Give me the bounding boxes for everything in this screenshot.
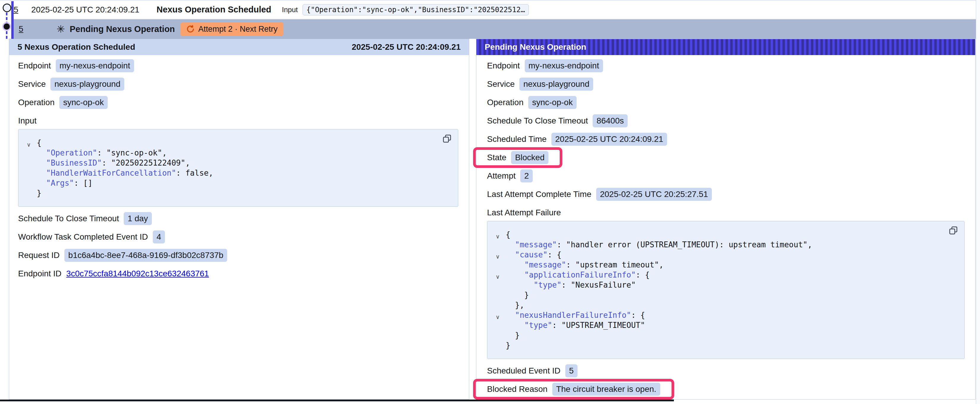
- field-value-chip: 2025-02-25 UTC 20:24:09.21: [551, 133, 667, 146]
- field-value-chip: 4: [153, 230, 165, 244]
- json-code-line: ∨{: [26, 138, 450, 148]
- failure-json-viewer: ∨{ "message": "handler error (UPSTREAM_T…: [487, 221, 964, 359]
- field-label: Workflow Task Completed Event ID: [18, 232, 148, 242]
- right-panel-title: Pending Nexus Operation: [485, 42, 586, 52]
- field-value-chip: sync-op-ok: [59, 96, 108, 109]
- state-annotation-highlight: State Blocked: [487, 151, 549, 164]
- json-key: "BusinessID": [46, 158, 102, 167]
- json-key: "nexusHandlerFailureInfo": [515, 311, 631, 320]
- json-text: : "UPSTREAM_TIMEOUT": [552, 321, 645, 330]
- field-label: Operation: [18, 98, 54, 107]
- blocked-reason-annotation-highlight: Blocked Reason The circuit breaker is op…: [487, 383, 660, 396]
- timeline-event-marker-icon: [3, 24, 10, 30]
- event-history-topbar: 5 2025-02-25 UTC 20:24:09.21 Nexus Opera…: [0, 0, 976, 39]
- event-title: Nexus Operation Scheduled: [157, 5, 271, 14]
- field-label: Scheduled Event ID: [487, 366, 561, 375]
- json-code-line: }: [26, 188, 450, 198]
- endpoint-id-link[interactable]: 3c0c75ccfa8144b092c13ce632463761: [66, 269, 209, 279]
- input-json-viewer: ∨{ "Operation": "sync-op-ok", "BusinessI…: [18, 129, 458, 207]
- last-attempt-failure-label: Last Attempt Failure: [487, 206, 964, 219]
- pending-nexus-operation-row[interactable]: 5 ✳ Pending Nexus Operation Attempt 2 · …: [14, 19, 976, 39]
- json-code-line: "Args": []: [26, 178, 450, 188]
- field-endpoint: Endpoint my-nexus-endpoint: [18, 59, 458, 72]
- json-text: : []: [74, 179, 92, 187]
- json-text: [506, 240, 515, 249]
- timeline-start-icon: [3, 3, 11, 12]
- field-label: Endpoint ID: [18, 269, 61, 279]
- field-state: State Blocked: [487, 151, 964, 164]
- field-label: Service: [487, 79, 515, 89]
- event-id-link[interactable]: 5: [14, 5, 18, 14]
- json-text: [506, 280, 534, 289]
- json-code-line: }: [495, 290, 956, 300]
- json-text: [506, 311, 515, 320]
- json-code-line: "type": "UPSTREAM_TIMEOUT": [495, 320, 956, 330]
- pending-nexus-operation-panel: Pending Nexus Operation Endpoint my-nexu…: [476, 39, 975, 399]
- left-panel-body: Endpoint my-nexus-endpoint Service nexus…: [9, 55, 469, 280]
- json-text: [37, 148, 46, 157]
- field-label: Blocked Reason: [487, 385, 547, 394]
- field-schedule-to-close-timeout: Schedule To Close Timeout 86400s: [487, 114, 964, 127]
- json-text: {: [37, 138, 41, 147]
- input-preview-chip[interactable]: {"Operation":"sync-op-ok","BusinessID":"…: [302, 4, 529, 16]
- json-text: [506, 271, 524, 279]
- left-panel-header: 5 Nexus Operation Scheduled 2025-02-25 U…: [9, 39, 469, 55]
- json-key: "HandlerWaitForCancellation": [46, 168, 176, 177]
- json-code-line: }: [495, 330, 956, 340]
- json-text: }: [506, 331, 520, 340]
- event-id-link[interactable]: 5: [19, 24, 24, 34]
- window-bottom-edge: [0, 399, 674, 401]
- field-value-chip: nexus-playground: [519, 78, 593, 90]
- field-value-chip: sync-op-ok: [528, 96, 577, 109]
- json-code-line: ∨{: [495, 230, 956, 239]
- input-label: Input: [282, 6, 298, 14]
- json-text: : "handler error (UPSTREAM_TIMEOUT): ups…: [557, 240, 812, 249]
- field-value-chip: nexus-playground: [51, 78, 124, 90]
- json-text: [506, 260, 524, 269]
- json-text: }: [506, 291, 529, 299]
- retry-attempt-badge: Attempt 2 · Next Retry: [180, 22, 283, 36]
- field-value-chip: 1 day: [124, 212, 152, 225]
- field-value-chip: my-nexus-endpoint: [525, 59, 603, 72]
- json-text: }: [506, 341, 511, 350]
- json-text: }: [37, 189, 41, 198]
- event-row-nexus-operation-scheduled[interactable]: 5 2025-02-25 UTC 20:24:09.21 Nexus Opera…: [14, 1, 976, 19]
- vertical-scrollbar[interactable]: [976, 0, 980, 404]
- json-key: "message": [515, 240, 557, 249]
- json-text: [506, 321, 524, 330]
- field-service: Service nexus-playground: [18, 78, 458, 90]
- json-code-line: }: [495, 340, 956, 350]
- json-key: "Args": [46, 179, 74, 187]
- right-panel-body: Endpoint my-nexus-endpoint Service nexus…: [476, 55, 975, 396]
- input-section-label: Input: [18, 114, 458, 127]
- json-key: "Operation": [46, 148, 97, 157]
- json-code-line: },: [495, 300, 956, 310]
- field-label: Service: [18, 79, 46, 89]
- field-value-chip: The circuit breaker is open.: [552, 383, 660, 396]
- json-text: [506, 250, 515, 259]
- field-endpoint-id: Endpoint ID 3c0c75ccfa8144b092c13ce63246…: [18, 267, 458, 280]
- field-scheduled-event-id: Scheduled Event ID 5: [487, 364, 964, 377]
- field-value-chip: 5: [565, 364, 578, 377]
- field-last-attempt-complete-time: Last Attempt Complete Time 2025-02-25 UT…: [487, 188, 964, 201]
- field-operation: Operation sync-op-ok: [18, 96, 458, 109]
- json-text: : "20250225122409",: [102, 158, 190, 167]
- field-value-chip: 2: [520, 170, 533, 182]
- field-label: Endpoint: [18, 61, 51, 70]
- temporal-event-history-screen: 5 2025-02-25 UTC 20:24:09.21 Nexus Opera…: [0, 0, 980, 404]
- state-value-chip: Blocked: [511, 151, 549, 164]
- json-text: : {: [547, 250, 562, 259]
- json-key: "cause": [515, 250, 547, 259]
- field-schedule-to-close-timeout: Schedule To Close Timeout 1 day: [18, 212, 458, 225]
- field-service: Service nexus-playground: [487, 78, 964, 90]
- event-timestamp: 2025-02-25 UTC 20:24:09.21: [32, 5, 139, 14]
- json-text: [37, 179, 46, 187]
- field-value-chip: my-nexus-endpoint: [56, 59, 134, 72]
- json-code-line: "message": "upstream timeout",: [495, 260, 956, 270]
- field-label: State: [487, 153, 506, 162]
- field-operation: Operation sync-op-ok: [487, 96, 964, 109]
- json-key: "type": [534, 280, 562, 289]
- field-endpoint: Endpoint my-nexus-endpoint: [487, 59, 964, 72]
- right-panel-header: Pending Nexus Operation: [476, 39, 975, 55]
- field-scheduled-time: Scheduled Time 2025-02-25 UTC 20:24:09.2…: [487, 133, 964, 146]
